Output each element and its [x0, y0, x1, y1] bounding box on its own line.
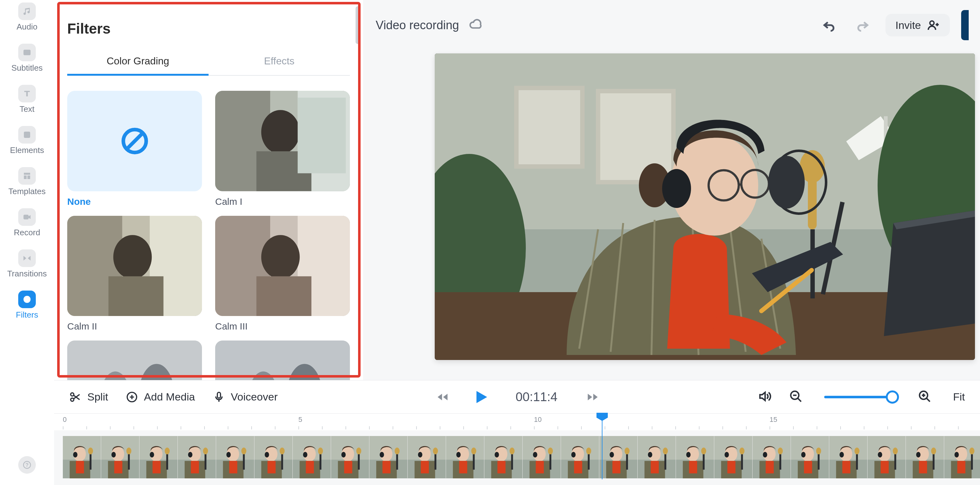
svg-text:?: ? [25, 462, 29, 468]
primary-cta-edge[interactable] [961, 10, 969, 40]
clip-frame [829, 436, 867, 479]
svg-point-156 [471, 448, 476, 455]
tab-color-grading[interactable]: Color Grading [67, 49, 208, 75]
svg-point-260 [969, 448, 974, 455]
rail-item-filters[interactable]: Filters [0, 288, 54, 324]
clip-frame [714, 436, 752, 479]
svg-point-244 [892, 448, 898, 455]
filter-tile-none[interactable]: None [67, 91, 202, 207]
help-icon: ? [18, 456, 36, 474]
svg-rect-162 [498, 461, 506, 473]
rail-item-audio[interactable]: Audio [0, 0, 54, 35]
filter-thumb [215, 91, 350, 191]
svg-point-212 [740, 448, 745, 455]
svg-rect-146 [421, 461, 429, 473]
invite-button[interactable]: Invite [885, 14, 950, 37]
redo-button[interactable] [851, 14, 874, 37]
zoom-out-button[interactable] [789, 390, 803, 405]
svg-point-232 [840, 452, 844, 458]
clip-frame [676, 436, 714, 479]
video-clip[interactable] [63, 436, 980, 479]
play-button[interactable] [470, 387, 490, 407]
clip-frame [293, 436, 331, 479]
clip-frame [140, 436, 178, 479]
clip-frame [867, 436, 906, 479]
tool-rail: Audio Subtitles Text Elements Templates … [0, 0, 54, 485]
clip-frame [484, 436, 523, 479]
rail-item-text[interactable]: Text [0, 82, 54, 118]
clip-frame [446, 436, 484, 479]
filter-tile-calm1[interactable]: Calm I [215, 91, 350, 207]
svg-rect-33 [516, 88, 582, 167]
filter-label: None [67, 196, 202, 207]
svg-point-188 [624, 448, 630, 455]
svg-point-208 [725, 452, 729, 458]
svg-point-172 [548, 448, 553, 455]
split-button[interactable]: Split [69, 391, 108, 403]
svg-point-17 [113, 235, 152, 279]
rail-item-elements[interactable]: Elements [0, 124, 54, 159]
text-icon [18, 85, 36, 102]
tool-label: Add Media [144, 391, 195, 403]
transitions-icon [18, 250, 36, 267]
panel-scrollbar[interactable] [356, 6, 360, 44]
playhead[interactable] [602, 413, 603, 479]
undo-button[interactable] [818, 14, 840, 37]
svg-rect-122 [306, 461, 314, 473]
svg-point-124 [318, 448, 323, 455]
svg-point-50 [662, 169, 691, 208]
filter-tile-calm3[interactable]: Calm III [215, 216, 350, 332]
add-media-button[interactable]: Add Media [126, 391, 195, 403]
music-icon [18, 3, 36, 20]
svg-point-22 [261, 235, 300, 279]
svg-rect-202 [689, 461, 697, 473]
rail-item-templates[interactable]: Templates [0, 165, 54, 200]
svg-rect-250 [919, 461, 927, 473]
voiceover-button[interactable]: Voiceover [213, 391, 278, 403]
timeline-track[interactable] [63, 436, 980, 479]
clip-frame [408, 436, 446, 479]
rail-item-help[interactable]: ? [0, 453, 54, 477]
svg-point-180 [586, 448, 591, 455]
rail-label: Templates [8, 187, 46, 196]
volume-button[interactable] [757, 390, 772, 405]
timeline-ruler[interactable]: 0 5 10 15 [54, 413, 980, 430]
filter-tile-calm2[interactable]: Calm II [67, 216, 202, 332]
zoom-fit-button[interactable]: Fit [953, 391, 965, 403]
forward-button[interactable] [583, 387, 603, 407]
clip-frame [944, 436, 980, 479]
rail-item-transitions[interactable]: Transitions [0, 247, 54, 282]
tab-effects[interactable]: Effects [208, 49, 350, 75]
project-title[interactable]: Video recording [375, 19, 459, 32]
svg-point-176 [571, 452, 576, 458]
svg-rect-74 [76, 461, 84, 473]
video-preview[interactable] [435, 53, 975, 360]
rail-item-record[interactable]: Record [0, 206, 54, 241]
svg-point-204 [701, 448, 706, 455]
svg-point-132 [356, 448, 361, 455]
clip-frame [216, 436, 255, 479]
filter-label: Calm III [215, 321, 350, 332]
svg-rect-130 [344, 461, 352, 473]
clip-frame [178, 436, 216, 479]
zoom-in-button[interactable] [918, 390, 932, 405]
filter-thumb [67, 216, 202, 316]
svg-point-216 [763, 452, 767, 458]
svg-rect-178 [574, 461, 582, 473]
panel-tabs: Color Grading Effects [67, 49, 350, 76]
cloud-sync-icon[interactable] [469, 17, 483, 33]
svg-point-236 [854, 448, 859, 455]
svg-rect-234 [842, 461, 851, 473]
rewind-button[interactable] [433, 387, 453, 407]
svg-rect-170 [536, 461, 544, 473]
zoom-slider[interactable] [824, 396, 896, 398]
svg-rect-194 [651, 461, 659, 473]
svg-rect-13 [298, 98, 346, 173]
svg-point-96 [188, 452, 192, 458]
rail-item-subtitles[interactable]: Subtitles [0, 41, 54, 76]
ruler-tick: 10 [534, 416, 541, 424]
svg-point-100 [203, 448, 208, 455]
svg-point-128 [341, 452, 346, 458]
templates-icon [18, 167, 36, 185]
svg-rect-138 [383, 461, 391, 473]
